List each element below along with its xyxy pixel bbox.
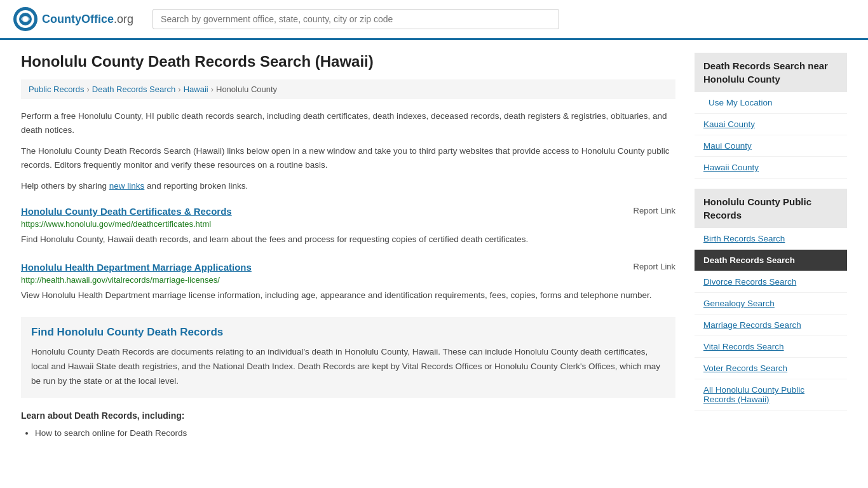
resource-url-1[interactable]: http://health.hawaii.gov/vitalrecords/ma… (21, 275, 675, 285)
logo-text: CountyOffice.org (42, 13, 133, 26)
sidebar-public-records-section: Honolulu County Public Records Birth Rec… (695, 189, 847, 410)
resource-item: Honolulu Health Department Marriage Appl… (21, 262, 675, 302)
breadcrumb-public-records[interactable]: Public Records (29, 85, 84, 94)
sidebar-marriage-records[interactable]: Marriage Records Search (695, 315, 847, 336)
use-location-link[interactable]: Use My Location (695, 92, 847, 114)
sidebar-nearby-header: Death Records Search near Honolulu Count… (695, 53, 847, 92)
sidebar-nearby-section: Death Records Search near Honolulu Count… (695, 53, 847, 179)
sidebar-all-public-records[interactable]: All Honolulu County Public Records (Hawa… (695, 379, 847, 410)
resource-header: Honolulu County Death Certificates & Rec… (21, 206, 675, 217)
breadcrumb-hawaii[interactable]: Hawaii (184, 85, 208, 94)
sidebar-hawaii-county[interactable]: Hawaii County (695, 157, 847, 179)
sidebar-kauai-county[interactable]: Kauai County (695, 114, 847, 135)
sidebar-birth-records[interactable]: Birth Records Search (695, 228, 847, 250)
learn-list: How to search online for Death Records (21, 426, 675, 441)
help-paragraph: Help others by sharing new links and rep… (21, 179, 675, 193)
new-links-link[interactable]: new links (109, 181, 145, 191)
sidebar-genealogy-search[interactable]: Genealogy Search (695, 293, 847, 315)
sidebar-voter-records[interactable]: Voter Records Search (695, 358, 847, 379)
resource-title-0[interactable]: Honolulu County Death Certificates & Rec… (21, 206, 232, 217)
logo-icon (13, 6, 38, 32)
find-section: Find Honolulu County Death Records Honol… (21, 317, 675, 398)
site-header: CountyOffice.org (0, 0, 868, 40)
sidebar-public-records-header: Honolulu County Public Records (695, 189, 847, 228)
main-content: Honolulu County Death Records Search (Ha… (21, 53, 675, 441)
page-title: Honolulu County Death Records Search (Ha… (21, 53, 675, 71)
sidebar-vital-records[interactable]: Vital Records Search (695, 336, 847, 358)
intro-paragraph-2: The Honolulu County Death Records Search… (21, 144, 675, 172)
resource-desc-0: Find Honolulu County, Hawaii death recor… (21, 233, 675, 247)
report-link-1[interactable]: Report Link (634, 262, 675, 271)
sidebar-divorce-records[interactable]: Divorce Records Search (695, 271, 847, 293)
find-section-title: Find Honolulu County Death Records (31, 326, 665, 339)
intro-paragraph-1: Perform a free Honolulu County, HI publi… (21, 109, 675, 137)
sidebar-death-records[interactable]: Death Records Search (695, 250, 847, 271)
site-logo[interactable]: CountyOffice.org (13, 6, 133, 32)
search-input[interactable] (153, 9, 559, 29)
breadcrumb: Public Records › Death Records Search › … (21, 79, 675, 99)
svg-point-3 (23, 17, 28, 22)
sidebar: Death Records Search near Honolulu Count… (695, 53, 847, 441)
sidebar-maui-county[interactable]: Maui County (695, 135, 847, 157)
learn-item: How to search online for Death Records (35, 426, 675, 441)
resource-header: Honolulu Health Department Marriage Appl… (21, 262, 675, 273)
resource-url-0[interactable]: https://www.honolulu.gov/med/deathcertif… (21, 219, 675, 229)
breadcrumb-current: Honolulu County (216, 85, 277, 94)
learn-section: Learn about Death Records, including: Ho… (21, 410, 675, 441)
resource-title-1[interactable]: Honolulu Health Department Marriage Appl… (21, 262, 252, 273)
report-link-0[interactable]: Report Link (634, 206, 675, 215)
resource-item: Honolulu County Death Certificates & Rec… (21, 206, 675, 247)
find-section-desc: Honolulu County Death Records are docume… (31, 345, 665, 389)
breadcrumb-death-records-search[interactable]: Death Records Search (92, 85, 176, 94)
learn-title: Learn about Death Records, including: (21, 410, 675, 421)
resource-desc-1: View Honolulu Health Department marriage… (21, 288, 675, 302)
